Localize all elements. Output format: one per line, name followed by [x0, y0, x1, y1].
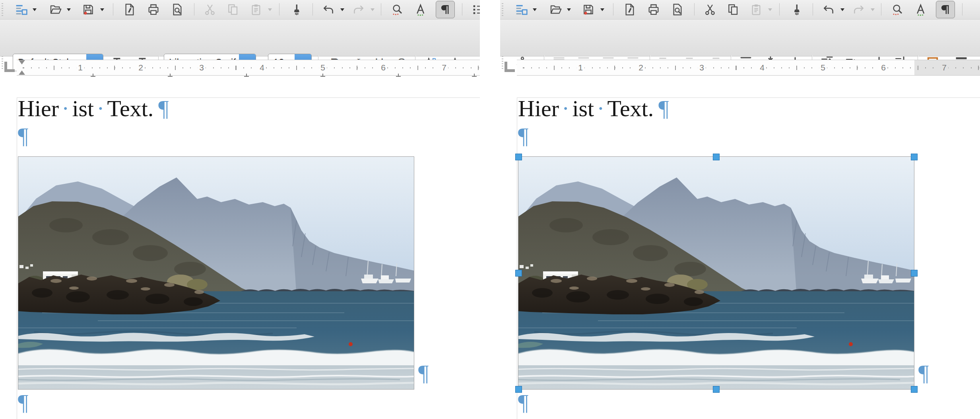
export-pdf-button[interactable] — [122, 2, 138, 18]
space-mark: · — [62, 95, 69, 121]
selected-image[interactable] — [518, 157, 914, 389]
unordered-list-button[interactable] — [471, 2, 480, 18]
save-button[interactable] — [80, 2, 96, 18]
hanging-indent-marker[interactable] — [19, 70, 25, 75]
toolbar-grip[interactable] — [502, 3, 503, 16]
selection-handle-bottom-center[interactable] — [713, 386, 720, 393]
print-preview-icon — [171, 3, 184, 16]
paragraph-mark: ¶ — [158, 95, 169, 121]
ruler-number: 6 — [379, 62, 387, 73]
view-layout-icon — [515, 3, 528, 16]
magnifier-icon — [391, 3, 404, 16]
redo-dropdown — [871, 8, 875, 11]
selection-handle-bottom-right[interactable] — [911, 386, 918, 393]
tab-type-selector[interactable] — [4, 62, 15, 72]
selection-handle-top-left[interactable] — [515, 154, 522, 160]
paragraph-mark: ¶ — [418, 361, 429, 385]
tab-stop-marker[interactable] — [320, 73, 325, 77]
selection-handle-middle-right[interactable] — [911, 270, 918, 277]
view-layout-dropdown[interactable] — [533, 8, 537, 11]
paintbrush-icon — [290, 3, 303, 16]
open-dropdown[interactable] — [67, 8, 71, 11]
coastal-photo — [18, 157, 414, 389]
undo-button[interactable] — [821, 2, 836, 18]
separator — [312, 3, 313, 16]
ruler-band[interactable]: 1 2 3 4 5 6 7 — [517, 60, 980, 76]
undo-dropdown[interactable] — [840, 8, 844, 11]
selection-handle-middle-left[interactable] — [515, 270, 522, 277]
print-preview-button[interactable] — [670, 2, 685, 18]
tab-stop-marker[interactable] — [472, 73, 477, 77]
paragraph-text: Hier·ist·Text.¶ — [518, 94, 669, 123]
ruler-half-ticks — [17, 66, 480, 70]
selection-handle-bottom-left[interactable] — [515, 386, 522, 393]
find-replace-button[interactable] — [390, 2, 406, 18]
undo-button[interactable] — [320, 2, 336, 18]
ruler-number: 5 — [819, 62, 827, 73]
text-formatting-toolbar: Default Style Liberation Serif 12 B I U … — [0, 19, 480, 57]
undo-dropdown[interactable] — [340, 8, 344, 11]
clone-formatting-button[interactable] — [289, 2, 305, 18]
printer-icon — [647, 3, 660, 16]
print-preview-icon — [671, 3, 684, 16]
view-layout-button[interactable] — [514, 2, 530, 18]
view-layout-button[interactable] — [14, 2, 29, 18]
auto-spellcheck-button[interactable] — [413, 2, 429, 18]
paragraph-mark: ¶ — [518, 391, 528, 415]
open-button[interactable] — [48, 2, 64, 18]
print-button[interactable] — [146, 2, 161, 18]
clipboard-icon — [250, 3, 262, 16]
tab-stop-marker[interactable] — [244, 73, 249, 77]
open-folder-icon — [549, 3, 562, 16]
redo-button — [851, 2, 867, 18]
separator — [694, 3, 695, 16]
ruler-number: 4 — [258, 62, 266, 73]
space-mark: · — [562, 95, 569, 121]
toolbar-grip[interactable] — [502, 56, 503, 70]
clone-formatting-button[interactable] — [789, 2, 805, 18]
selection-handle-top-center[interactable] — [713, 154, 720, 160]
formatting-marks-toggle[interactable] — [936, 1, 955, 18]
copy-button — [225, 2, 241, 18]
toolbar-grip[interactable] — [2, 3, 3, 16]
selection-handle-top-right[interactable] — [911, 154, 918, 160]
export-pdf-button[interactable] — [622, 2, 638, 18]
tab-stop-marker[interactable] — [91, 73, 95, 77]
word: ist — [572, 95, 594, 121]
first-line-indent-marker[interactable] — [19, 60, 25, 64]
view-layout-dropdown[interactable] — [33, 8, 37, 11]
tab-type-selector[interactable] — [505, 62, 515, 72]
ruler-number: 3 — [698, 62, 706, 73]
print-button[interactable] — [646, 2, 662, 18]
document-canvas[interactable]: Hier·ist·Text.¶ ¶ ¶ ¶ — [0, 78, 480, 419]
auto-spellcheck-button[interactable] — [913, 2, 929, 18]
ruler-number: 6 — [879, 62, 887, 73]
open-dropdown[interactable] — [567, 8, 571, 11]
copy-icon — [727, 3, 739, 16]
open-button[interactable] — [548, 2, 564, 18]
formatting-marks-toggle[interactable] — [436, 1, 455, 18]
save-icon — [582, 3, 595, 16]
document-canvas[interactable]: Hier·ist·Text.¶ ¶ ¶ ¶ — [500, 78, 980, 419]
standard-toolbar — [0, 0, 480, 19]
cut-button[interactable] — [702, 2, 718, 18]
save-button[interactable] — [580, 2, 596, 18]
copy-button[interactable] — [725, 2, 741, 18]
save-dropdown[interactable] — [600, 8, 604, 11]
ruler-number: 5 — [319, 62, 327, 73]
space-mark: · — [597, 95, 604, 121]
print-preview-button[interactable] — [169, 2, 185, 18]
inserted-image[interactable] — [18, 157, 414, 389]
toolbar-grip[interactable] — [2, 56, 3, 70]
tab-stop-marker[interactable] — [396, 73, 401, 77]
paste-dropdown — [768, 8, 772, 11]
save-dropdown[interactable] — [100, 8, 104, 11]
separator — [113, 3, 113, 16]
paragraph-mark: ¶ — [518, 124, 528, 148]
find-replace-button[interactable] — [890, 2, 906, 18]
magnifier-icon — [891, 3, 904, 16]
tab-stop-marker[interactable] — [168, 73, 173, 77]
writer-window-right: 1 2 3 4 5 6 7 Hier·ist·Text.¶ ¶ ¶ ¶ — [500, 0, 980, 419]
paragraph-mark: ¶ — [18, 124, 28, 148]
separator — [881, 3, 881, 16]
